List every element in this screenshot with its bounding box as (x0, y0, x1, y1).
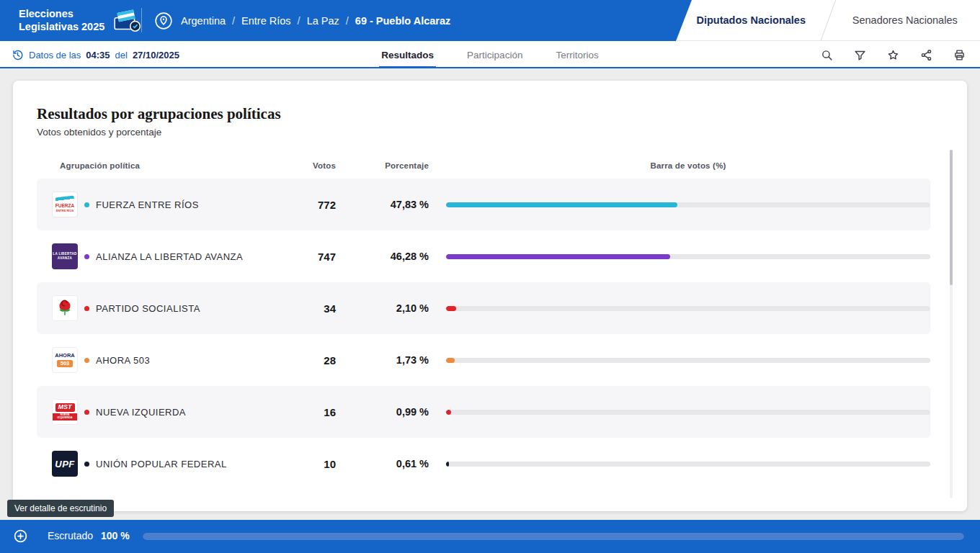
search-icon[interactable] (821, 49, 833, 61)
vote-bar-fill (446, 254, 670, 259)
breadcrumb-country[interactable]: Argentina (181, 15, 226, 27)
brand-title: Elecciones Legislativas 2025 (19, 8, 104, 32)
party-color-dot (84, 306, 89, 311)
party-votes: 772 (282, 199, 336, 211)
party-votes: 28 (282, 354, 336, 367)
vote-bar-fill (446, 306, 456, 311)
toolbar-icons (821, 41, 966, 68)
vote-bar-track (446, 202, 930, 207)
plus-circle-icon[interactable] (13, 529, 28, 544)
vote-bar-fill (446, 202, 677, 207)
tab-resultados[interactable]: Resultados (379, 41, 436, 68)
breadcrumb-locality[interactable]: 69 - Pueblo Alcaraz (355, 15, 450, 27)
escrutado-progress-fill (143, 533, 964, 540)
table-body: FUERZA ENTRE RÍOS FUERZA ENTRE RÍOS 772 … (37, 179, 930, 490)
breadcrumb-separator: / (298, 15, 300, 27)
tab-diputados-nacionales[interactable]: Diputados Nacionales (676, 0, 827, 40)
party-logo-nueva-izquierda: MST NUEVA IZQUIERDA (52, 399, 78, 425)
top-header: Elecciones Legislativas 2025 Argentina /… (0, 0, 980, 41)
col-header-party: Agrupación política (37, 161, 282, 170)
results-table: Agrupación política Votos Porcentaje Bar… (37, 153, 930, 490)
results-card: Resultados por agrupaciones políticas Vo… (13, 81, 967, 511)
party-color-dot (84, 202, 89, 207)
col-header-bar: Barra de votos (%) (429, 161, 930, 170)
breadcrumb-separator: / (346, 15, 349, 27)
party-name: UNIÓN POPULAR FEDERAL (96, 459, 227, 469)
party-votes: 34 (282, 302, 336, 315)
vote-bar-fill (446, 410, 451, 415)
rose-icon (55, 299, 74, 318)
party-name: FUERZA ENTRE RÍOS (96, 199, 199, 210)
footer-bar: Escrutado 100 % (0, 520, 980, 553)
tab-participacion[interactable]: Participación (465, 41, 525, 68)
logo-text: AHORA (55, 353, 75, 359)
party-percent: 47,83 % (336, 199, 429, 210)
table-row-partido-socialista[interactable]: PARTIDO SOCIALISTA 34 2,10 % (37, 282, 930, 334)
share-icon[interactable] (920, 49, 932, 61)
escrutado-progress-track (143, 533, 964, 540)
party-name: NUEVA IZQUIERDA (96, 407, 186, 418)
vote-bar-track (446, 358, 930, 363)
location-pin-icon (154, 12, 173, 30)
page-title: Resultados por agrupaciones políticas (37, 105, 281, 123)
party-color-dot (84, 254, 89, 259)
escrutado-text: Escrutado (48, 530, 93, 541)
scrollbar-thumb[interactable] (950, 150, 953, 285)
logo-text: FUERZA (55, 204, 74, 209)
table-row-fuerza-entre-rios[interactable]: FUERZA ENTRE RÍOS FUERZA ENTRE RÍOS 772 … (37, 179, 930, 230)
escrutado-value: 100 % (101, 530, 130, 541)
table-row-nueva-izquierda[interactable]: MST NUEVA IZQUIERDA NUEVA IZQUIERDA 16 0… (37, 386, 930, 438)
flag-graphic (55, 195, 75, 203)
filter-icon[interactable] (854, 49, 866, 61)
vote-bar-track (446, 462, 930, 467)
tab-senadores-nacionales[interactable]: Senadores Nacionales (830, 0, 980, 40)
party-votes: 16 (282, 406, 336, 418)
print-icon[interactable] (953, 49, 966, 61)
party-percent: 0,61 % (336, 458, 429, 469)
logo-text: 503 (57, 360, 74, 367)
col-header-votes: Votos (282, 161, 336, 170)
party-logo-la-libertad-avanza: LA LIBERTAD AVANZA (52, 243, 78, 269)
party-name: AHORA 503 (96, 355, 150, 366)
breadcrumb-department[interactable]: La Paz (307, 15, 339, 27)
logo-text: ENTRE RÍOS (56, 210, 74, 212)
chamber-tabs: Diputados Nacionales Senadores Nacionale… (676, 0, 980, 41)
table-row-ahora-503[interactable]: AHORA 503 AHORA 503 28 1,73 % (37, 334, 930, 386)
table-row-alianza-la-libertad-avanza[interactable]: LA LIBERTAD AVANZA ALIANZA LA LIBERTAD A… (37, 230, 930, 282)
party-name: ALIANZA LA LIBERTAD AVANZA (96, 251, 243, 262)
table-header-row: Agrupación política Votos Porcentaje Bar… (37, 153, 930, 179)
party-logo-union-popular-federal: UPF (52, 451, 78, 477)
party-votes: 747 (282, 251, 336, 263)
party-name: PARTIDO SOCIALISTA (96, 303, 200, 314)
party-color-dot (84, 358, 89, 363)
party-percent: 46,28 % (336, 251, 429, 262)
party-logo-ahora-503: AHORA 503 (52, 347, 78, 373)
page-subtitle: Votos obtenidos y porcentaje (37, 127, 161, 138)
party-percent: 1,73 % (336, 354, 429, 366)
breadcrumb: Argentina / Entre Ríos / La Paz / 69 - P… (154, 0, 450, 41)
tab-territorios[interactable]: Territorios (553, 41, 600, 68)
vote-bar-track (446, 306, 930, 311)
subheader: Datos de las 04:35 del 27/10/2025 Result… (0, 41, 980, 68)
logo-text: AVANZA (58, 256, 72, 261)
vote-bar-fill (446, 462, 449, 467)
table-row-union-popular-federal[interactable]: UPF UNIÓN POPULAR FEDERAL 10 0,61 % (37, 438, 930, 490)
col-header-percent: Porcentaje (336, 161, 429, 170)
logo-text: UPF (55, 459, 75, 469)
tooltip-ver-detalle: Ver detalle de escrutinio (7, 500, 114, 517)
brand-line2: Legislativas 2025 (19, 21, 104, 33)
vote-bar-track (446, 410, 930, 415)
brand-logo (112, 8, 142, 34)
party-logo-fuerza-entre-rios: FUERZA ENTRE RÍOS (52, 192, 78, 217)
vote-bar-track (446, 254, 930, 259)
party-votes: 10 (282, 458, 336, 470)
breadcrumb-province[interactable]: Entre Ríos (241, 15, 291, 27)
party-color-dot (84, 410, 89, 415)
table-scrollbar (950, 150, 953, 498)
party-percent: 0,99 % (336, 406, 429, 418)
escrutado-label: Escrutado 100 % (48, 530, 130, 541)
vote-bar-fill (446, 358, 455, 363)
breadcrumb-separator: / (232, 15, 235, 27)
star-icon[interactable] (887, 49, 899, 61)
logo-text: MST (55, 403, 75, 412)
